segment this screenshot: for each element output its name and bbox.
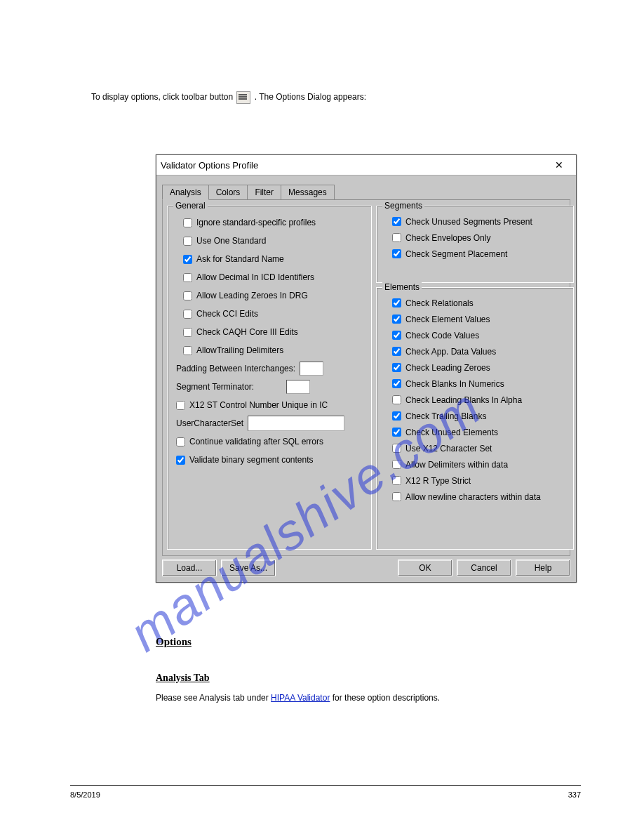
checkbox[interactable]	[392, 411, 401, 421]
padding-field-row: Padding Between Interchanges:	[168, 359, 371, 378]
opt-check-leading-zeroes: Check Leading Zeroes	[377, 359, 573, 376]
opt-check-relationals: Check Relationals	[377, 295, 573, 311]
tab-filter[interactable]: Filter	[247, 185, 281, 199]
checkbox-label: Check Element Values	[405, 315, 490, 324]
options-heading: Options	[156, 636, 192, 648]
checkbox[interactable]	[183, 237, 192, 246]
opt-allow-delimiters-in-data: Allow Delimiters within data	[377, 456, 573, 472]
checkbox-label: Check Leading Blanks In Alpha	[405, 395, 522, 405]
tab-label: Filter	[255, 187, 274, 197]
tab-messages[interactable]: Messages	[281, 185, 335, 199]
checkbox[interactable]	[392, 428, 401, 437]
checkbox-label: Use X12 Character Set	[405, 444, 492, 454]
tab-colors[interactable]: Colors	[208, 185, 248, 199]
footer-rule	[70, 785, 581, 786]
segterm-label: Segment Terminator:	[176, 382, 254, 392]
opt-allow-trailing-delimiters: AllowTrailing Delimiters	[168, 341, 371, 359]
checkbox-label: Check Segment Placement	[405, 249, 507, 259]
close-button[interactable]: ✕	[546, 157, 572, 173]
groupbox-title: Segments	[382, 201, 424, 211]
checkbox-label: Use One Standard	[196, 236, 266, 246]
checkbox[interactable]	[392, 347, 401, 356]
opt-check-leading-blanks-alpha: Check Leading Blanks In Alpha	[377, 392, 573, 408]
checkbox[interactable]	[176, 456, 185, 465]
checkbox[interactable]	[392, 395, 401, 404]
groupbox-title: Elements	[382, 282, 422, 292]
cancel-button[interactable]: Cancel	[457, 560, 511, 576]
checkbox[interactable]	[392, 460, 401, 469]
opt-allow-leading-zeroes-drg: Allow Leading Zeroes In DRG	[168, 286, 371, 305]
opt-check-blanks-numerics: Check Blanks In Numerics	[377, 376, 573, 392]
opt-check-trailing-blanks: Check Trailing Blanks	[377, 408, 573, 424]
groupbox-elements: Elements Check Relationals Check Element…	[376, 287, 574, 550]
checkbox-label: Allow Decimal In ICD Identifiers	[196, 272, 314, 282]
checkbox[interactable]	[392, 492, 401, 501]
checkbox-label: Allow Delimiters within data	[405, 460, 508, 470]
checkbox-label: Check CAQH Core III Edits	[196, 327, 298, 337]
checkbox[interactable]	[392, 217, 401, 226]
checkbox[interactable]	[392, 298, 401, 307]
options-icon	[236, 91, 250, 104]
validator-options-dialog: Validator Options Profile ✕ Analysis Col…	[156, 154, 577, 583]
opt-check-unused-segments: Check Unused Segments Present	[377, 213, 573, 230]
groupbox-segments: Segments Check Unused Segments Present C…	[376, 206, 574, 283]
tab-label: Messages	[288, 187, 327, 197]
checkbox[interactable]	[176, 401, 185, 410]
segterm-input[interactable]	[286, 380, 310, 394]
checkbox[interactable]	[392, 363, 401, 372]
ok-button[interactable]: OK	[398, 560, 452, 576]
checkbox-label: X12 ST Control Number Unique in IC	[189, 400, 328, 410]
checkbox[interactable]	[392, 476, 401, 485]
checkbox-label: Continue validating after SQL errors	[189, 437, 323, 446]
checkbox-label: Check Relationals	[405, 298, 474, 308]
groupbox-title: General	[173, 201, 208, 211]
opt-check-code-values: Check Code Values	[377, 327, 573, 343]
checkbox[interactable]	[392, 233, 401, 242]
checkbox[interactable]	[183, 218, 192, 227]
checkbox-label: Validate binary segment contents	[189, 455, 314, 465]
checkbox[interactable]	[183, 291, 192, 300]
checkbox[interactable]	[392, 331, 401, 340]
checkbox-label: Ignore standard-specific profiles	[196, 218, 316, 227]
checkbox[interactable]	[392, 315, 401, 324]
checkbox[interactable]	[183, 273, 192, 282]
close-icon: ✕	[555, 159, 563, 171]
hipaa-validator-link[interactable]: HIPAA Validator	[271, 693, 330, 703]
charset-label: UserCharacterSet	[176, 418, 243, 428]
tab-panel: General Ignore standard-specific profile…	[162, 199, 570, 556]
intro-suffix: . The Options Dialog appears:	[255, 92, 366, 102]
checkbox-label: Check Trailing Blanks	[405, 411, 486, 421]
opt-check-envelopes-only: Check Envelopes Only	[377, 230, 573, 246]
opt-check-app-data-values: Check App. Data Values	[377, 343, 573, 359]
document-page: To display options, click toolbar button…	[0, 0, 644, 834]
dialog-title: Validator Options Profile	[161, 160, 546, 171]
checkbox-label: AllowTrailing Delimiters	[196, 345, 283, 355]
save-as-button[interactable]: Save As...	[221, 560, 276, 576]
help-button[interactable]: Help	[516, 560, 570, 576]
checkbox[interactable]	[392, 444, 401, 453]
opt-allow-decimal-icd: Allow Decimal In ICD Identifiers	[168, 268, 371, 286]
checkbox-label: Check Code Values	[405, 331, 479, 340]
padding-input[interactable]	[300, 362, 323, 376]
checkbox-label: Check App. Data Values	[405, 347, 496, 357]
intro-prefix: To display options, click toolbar button	[91, 92, 233, 102]
checkbox[interactable]	[183, 328, 192, 337]
checkbox[interactable]	[392, 379, 401, 388]
checkbox[interactable]	[183, 346, 192, 355]
checkbox[interactable]	[392, 249, 401, 258]
opt-check-segment-placement: Check Segment Placement	[377, 246, 573, 262]
load-button[interactable]: Load...	[162, 560, 217, 576]
checkbox-label: Check Envelopes Only	[405, 233, 490, 243]
opt-check-caqh-core3: Check CAQH Core III Edits	[168, 323, 371, 341]
footer-date: 8/5/2019	[70, 790, 100, 799]
tab-strip: Analysis Colors Filter Messages	[162, 184, 570, 199]
charset-input[interactable]	[248, 416, 344, 431]
padding-label: Padding Between Interchanges:	[176, 364, 295, 373]
checkbox-label: X12 R Type Strict	[405, 476, 471, 486]
checkbox[interactable]	[183, 255, 192, 264]
tab-analysis[interactable]: Analysis	[162, 185, 209, 200]
checkbox[interactable]	[183, 310, 192, 319]
checkbox-label: Check CCI Edits	[196, 309, 258, 319]
tab-label: Colors	[216, 187, 241, 197]
checkbox[interactable]	[176, 437, 185, 446]
